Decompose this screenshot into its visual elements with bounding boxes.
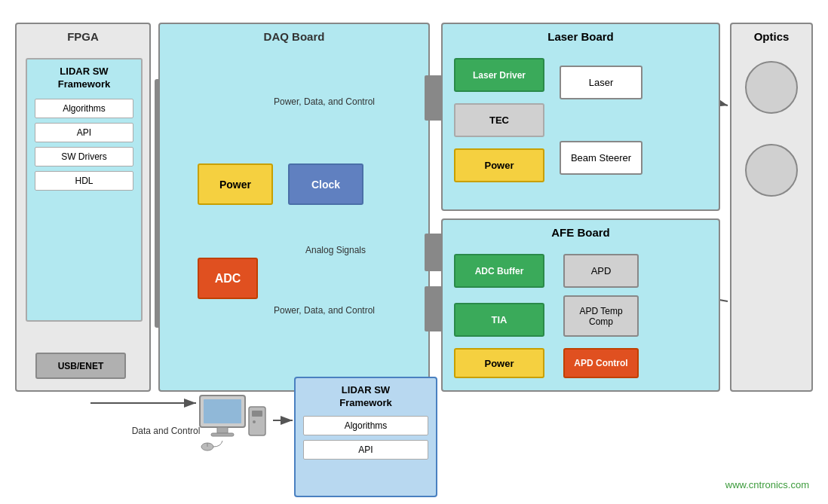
laser-power-label: Power [484,160,514,171]
svg-point-20 [253,420,256,423]
laser-box: Laser Board Laser Driver TEC Power Laser… [441,23,720,211]
bottom-api-module: API [303,440,428,460]
optics-ellipse-top [745,61,798,114]
computer-icon [192,392,268,452]
afe-title: AFE Board [443,220,719,242]
adc-box: ADC [198,258,258,299]
lidar-bottom-box: LIDAR SWFramework Algorithms API [294,377,437,497]
apd-box: APD [563,254,639,288]
apd-temp-box: APD TempComp [563,295,639,337]
adc-label: ADC [215,272,241,286]
apd-control-box: APD Control [563,348,639,378]
fpga-title: FPGA [17,24,149,46]
laser-title: Laser Board [443,24,719,46]
optics-box: Optics [730,23,813,392]
svg-rect-19 [252,411,262,417]
svg-rect-17 [211,433,234,436]
adc-buffer-label: ADC Buffer [475,266,524,276]
tia-box: TIA [454,303,544,337]
svg-rect-16 [217,427,228,433]
daq-title: DAQ Board [160,24,428,46]
sw-drivers-module: SW Drivers [35,147,133,166]
lidar-sw-title: LIDAR SWFramework [27,60,141,94]
afe-power-label: Power [484,358,514,369]
fpga-box: FPGA LIDAR SWFramework Algorithms API SW… [15,23,151,392]
apd-label: APD [591,265,612,276]
afe-box: AFE Board ADC Buffer APD TIA APD TempCom… [441,218,720,392]
diagram-container: FPGA LIDAR SWFramework Algorithms API SW… [8,8,820,496]
daq-power-label: Power [219,179,251,191]
laser-label: Laser [589,77,614,88]
laser-driver-label: Laser Driver [473,70,526,81]
laser-driver-box: Laser Driver [454,58,544,92]
svg-rect-15 [204,399,241,423]
lidar-sw-box: LIDAR SWFramework Algorithms API SW Driv… [26,58,143,322]
tec-box: TEC [454,103,544,137]
optics-title: Optics [754,24,790,46]
bottom-algorithms-module: Algorithms [303,416,428,435]
lidar-bottom-title: LIDAR SWFramework [296,378,436,411]
power-data-control-bottom-label: Power, Data, and Control [226,305,422,316]
watermark: www.cntronics.com [725,479,809,490]
daq-power-box: Power [198,163,273,205]
laser-power-box: Power [454,148,544,182]
clock-box: Clock [288,163,363,205]
daq-box: DAQ Board Power Clock ADC [158,23,430,392]
tec-label: TEC [489,115,509,126]
api-module: API [35,123,133,142]
usb-enet-label: USB/ENET [58,361,104,371]
afe-power-box: Power [454,348,544,378]
beam-steerer-box: Beam Steerer [560,141,642,175]
power-data-control-top-label: Power, Data, and Control [226,96,422,107]
optics-ellipse-bottom [745,144,798,197]
hdl-module: HDL [35,171,133,191]
algorithms-module: Algorithms [35,99,133,118]
apd-temp-label: APD TempComp [579,306,622,327]
apd-control-label: APD Control [574,358,627,368]
clock-label: Clock [311,179,340,191]
beam-steerer-label: Beam Steerer [571,152,631,163]
tia-label: TIA [492,314,508,325]
usb-enet-box: USB/ENET [35,353,126,379]
laser-component-box: Laser [560,66,642,99]
adc-buffer-box: ADC Buffer [454,254,544,288]
analog-signals-label: Analog Signals [275,245,396,255]
